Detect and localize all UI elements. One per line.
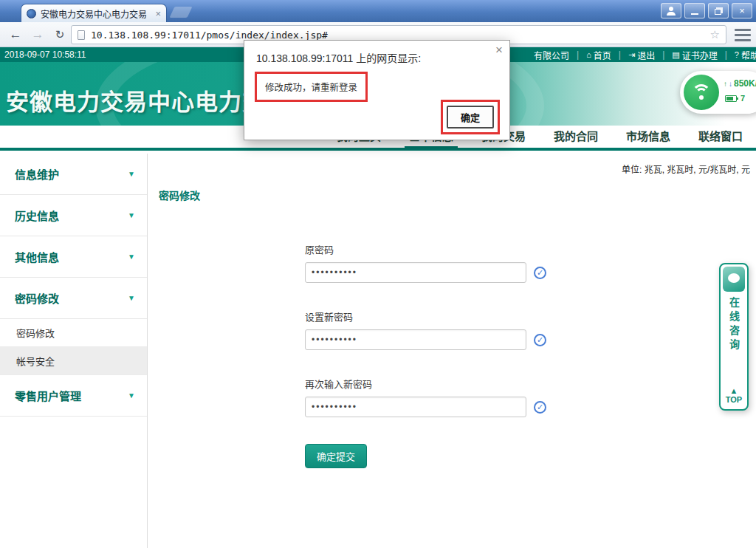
menu-bar-icon — [735, 29, 751, 31]
annotation-box-ok: 确定 — [441, 100, 500, 134]
annotation-box-message: 修改成功，请重新登录 — [255, 72, 368, 102]
old-password-field-block: 原密码 ✓ — [305, 242, 546, 283]
profile-button[interactable] — [661, 3, 681, 18]
upload-arrow-icon: ↑ — [724, 80, 727, 88]
sidebar: 信息维护 ▼ 历史信息 ▼ 其他信息 ▼ 密码修改 ▼ 密码修改 帐号安全 — [0, 154, 148, 548]
chevron-down-icon: ▼ — [128, 391, 135, 400]
tab-title: 安徽电力交易中心电力交易 — [41, 7, 151, 20]
confirm-password-field-block: 再次输入新密码 ✓ — [305, 377, 546, 417]
new-password-label: 设置新密码 — [305, 309, 546, 323]
valid-check-icon: ✓ — [534, 334, 546, 346]
browser-titlebar: 安徽电力交易中心电力交易 × × — [0, 0, 756, 22]
old-password-label: 原密码 — [305, 242, 546, 256]
sidebar-item-other-info[interactable]: 其他信息 ▼ — [0, 236, 147, 278]
download-arrow-icon: ↓ — [729, 80, 732, 88]
main-content: 单位: 兆瓦, 兆瓦时, 元/兆瓦时, 元 密码修改 原密码 ✓ 设置新密码 — [148, 154, 756, 548]
sidebar-item-password-change[interactable]: 密码修改 ▼ — [0, 278, 147, 319]
top-strip-links: 有限公司 | ⌂ 首页 | ⇥ 退出 | ▤ 证书办理 | ? — [534, 49, 756, 61]
logout-icon: ⇥ — [628, 50, 635, 60]
wifi-icon — [684, 75, 719, 110]
person-icon — [667, 7, 676, 16]
certificate-icon: ▤ — [672, 50, 679, 60]
dialog-close-icon[interactable]: × — [495, 43, 503, 58]
sidebar-item-label: 历史信息 — [15, 208, 128, 223]
confirm-password-input[interactable] — [305, 397, 526, 417]
up-arrow-icon: ▲ — [730, 387, 738, 395]
minimize-button[interactable] — [684, 3, 705, 18]
close-icon: × — [739, 6, 745, 16]
separator: | — [619, 49, 621, 60]
sidebar-item-info-maintenance[interactable]: 信息维护 ▼ — [0, 154, 147, 195]
restore-button[interactable] — [708, 3, 729, 18]
online-consult-widget[interactable]: 在线咨询 ▲ TOP — [719, 263, 749, 411]
url-text[interactable]: 10.138.108.99:17011/pmos/index/index.jsp… — [91, 30, 704, 41]
speed-value: 850K/s — [734, 78, 756, 89]
sidebar-subitem-password-change[interactable]: 密码修改 — [0, 319, 147, 347]
page-icon — [78, 30, 85, 40]
sidebar-item-history-info[interactable]: 历史信息 ▼ — [0, 195, 147, 236]
network-speed-widget[interactable]: ↑ ↓ 850K/s 7 — [680, 71, 756, 114]
window-controls: × — [661, 3, 752, 18]
sidebar-item-label: 零售用户管理 — [15, 388, 128, 403]
certificate-link[interactable]: ▤ 证书办理 — [672, 49, 717, 61]
back-button[interactable]: ← — [6, 26, 25, 44]
site-favicon-icon — [27, 9, 36, 18]
chevron-down-icon: ▼ — [128, 170, 135, 178]
consult-label: 在线咨询 — [726, 297, 741, 353]
nav-item-market-info[interactable]: 市场信息 — [626, 126, 670, 148]
alert-dialog: 10.138.108.99:17011 上的网页显示: × 修改成功，请重新登录… — [244, 40, 510, 140]
alert-dialog-title: 10.138.108.99:17011 上的网页显示: — [256, 50, 421, 65]
battery-value: 7 — [740, 94, 745, 103]
confirm-password-label: 再次输入新密码 — [305, 377, 546, 391]
battery-readout: 7 — [725, 94, 745, 103]
menu-bar-icon — [735, 34, 751, 36]
browser-window: 安徽电力交易中心电力交易 × × ← → ↻ 10.138.108.99:170… — [0, 0, 756, 548]
home-link[interactable]: ⌂ 首页 — [586, 49, 611, 61]
top-label: TOP — [726, 395, 742, 405]
minimize-icon — [691, 13, 698, 15]
close-button[interactable]: × — [732, 3, 752, 18]
password-form: 原密码 ✓ 设置新密码 ✓ 再次输入新密码 — [305, 242, 546, 468]
sidebar-item-label: 其他信息 — [15, 249, 128, 264]
page-body: 信息维护 ▼ 历史信息 ▼ 其他信息 ▼ 密码修改 ▼ 密码修改 帐号安全 — [0, 154, 756, 548]
browser-tab[interactable]: 安徽电力交易中心电力交易 × — [21, 4, 167, 22]
new-tab-button[interactable] — [170, 7, 193, 18]
tab-close-icon[interactable]: × — [155, 9, 161, 18]
menu-bar-icon — [735, 39, 751, 41]
units-note: 单位: 兆瓦, 兆瓦时, 元/兆瓦时, 元 — [622, 162, 750, 175]
separator: | — [577, 49, 579, 60]
separator: | — [725, 49, 727, 60]
reload-button[interactable]: ↻ — [50, 26, 69, 44]
speed-readout: ↑ ↓ 850K/s — [724, 78, 756, 89]
logout-link-label: 退出 — [637, 49, 655, 61]
forward-button[interactable]: → — [28, 26, 47, 44]
home-icon: ⌂ — [586, 50, 591, 59]
ok-button[interactable]: 确定 — [447, 106, 494, 129]
restore-icon — [715, 9, 721, 15]
alert-dialog-message: 修改成功，请重新登录 — [265, 80, 357, 94]
timestamp: 2018-09-07 10:58:11 — [4, 49, 86, 60]
home-link-label: 首页 — [594, 49, 611, 61]
sidebar-subitem-account-security[interactable]: 帐号安全 — [0, 347, 147, 375]
consult-mascot-icon — [723, 267, 745, 292]
chevron-down-icon: ▼ — [128, 211, 135, 219]
new-password-input[interactable] — [305, 329, 526, 350]
submit-button[interactable]: 确定提交 — [305, 444, 367, 468]
company-name: 有限公司 — [534, 49, 569, 61]
old-password-input[interactable] — [305, 262, 526, 283]
valid-check-icon: ✓ — [534, 267, 546, 279]
logout-link[interactable]: ⇥ 退出 — [628, 49, 655, 61]
browser-menu-button[interactable] — [735, 29, 751, 41]
separator: | — [662, 49, 664, 60]
battery-icon — [725, 95, 737, 102]
chevron-down-icon: ▼ — [128, 294, 135, 302]
help-link[interactable]: ? 帮助 — [735, 49, 756, 61]
nav-item-contact[interactable]: 联络窗口 — [698, 126, 743, 148]
valid-check-icon: ✓ — [534, 401, 546, 414]
chevron-down-icon: ▼ — [128, 253, 135, 261]
back-to-top-button[interactable]: ▲ TOP — [726, 387, 742, 405]
nav-item-my-contract[interactable]: 我的合同 — [554, 126, 598, 148]
page-title: 密码修改 — [159, 188, 200, 202]
sidebar-item-retail-user-management[interactable]: 零售用户管理 ▼ — [0, 375, 147, 417]
bookmark-star-icon[interactable]: ☆ — [710, 28, 720, 41]
